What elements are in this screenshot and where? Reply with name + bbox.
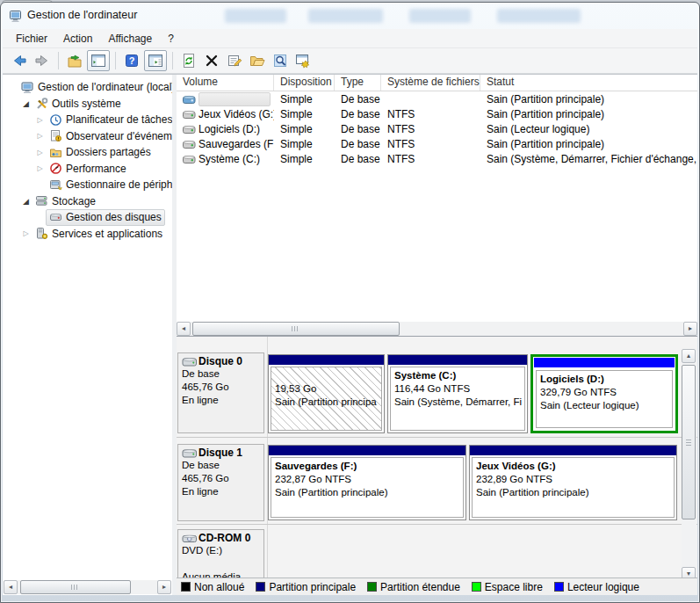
menu-affichage[interactable]: Affichage	[100, 30, 160, 47]
tree-item-label: Gestion de l'ordinateur (local)	[38, 81, 173, 93]
partition-body: Jeux Vidéos (G:)232,89 Go NTFSSain (Part…	[472, 457, 675, 518]
tree-item-label: Stockage	[52, 195, 96, 207]
tree-expander[interactable]: ▷	[20, 229, 32, 237]
scroll-thumb[interactable]	[192, 322, 400, 336]
disk-header-disque-0[interactable]: Disque 0De base465,76 GoEn ligne	[177, 352, 264, 433]
legend-swatch	[256, 582, 265, 592]
column-header-disposition[interactable]: Disposition	[274, 75, 335, 91]
find-button[interactable]	[270, 50, 291, 71]
tree-item-label: Planificateur de tâches	[66, 113, 172, 126]
help-button[interactable]: ?	[121, 50, 142, 71]
menu-action[interactable]: Action	[55, 30, 100, 47]
cell-volume	[177, 92, 274, 106]
show-console-tree-button[interactable]	[144, 50, 167, 71]
scroll-left-button[interactable]: ◂	[4, 580, 18, 594]
volume-row[interactable]: Jeux Vidéos (G:)SimpleDe baseNTFSSain (P…	[177, 106, 697, 121]
partition-logiciels-d[interactable]: Logiciels (D:)329,79 Go NTFSSain (Lecteu…	[530, 354, 678, 433]
tree-item-label: Dossiers partagés	[66, 146, 151, 158]
tree-horizontal-scrollbar[interactable]: ◂▸	[4, 580, 171, 594]
disk-pane-vertical-scrollbar[interactable]: ▴▾	[682, 349, 696, 578]
glass-reflection	[225, 9, 286, 23]
open-folder-button[interactable]	[247, 50, 268, 71]
volume-list-horizontal-scrollbar[interactable]: ◂▸	[177, 322, 697, 336]
volume-row[interactable]: SimpleDe baseSain (Partition principale)	[177, 91, 697, 106]
tree-expander[interactable]: ▷	[34, 164, 46, 172]
tree-expander[interactable]: ▷	[34, 132, 46, 140]
disk-info-line: De base	[182, 459, 263, 472]
sidebar-item-services-et-applications[interactable]: ▷Services et applications	[3, 226, 172, 243]
partition-unnamed[interactable]: 19,53 GoSain (Partition principa	[268, 354, 385, 433]
column-header-volume[interactable]: Volume	[177, 75, 274, 91]
column-header-syst-me-de-fichiers[interactable]: Système de fichiers	[381, 75, 480, 91]
partition-syst-me-c[interactable]: Système (C:)116,44 Go NTFSSain (Système,…	[387, 354, 528, 433]
properties-button[interactable]	[224, 50, 245, 71]
cell-volume: Système (C:)	[177, 153, 274, 165]
scroll-down-button[interactable]: ▾	[682, 567, 696, 578]
sidebar-item-observateur-d-événeme[interactable]: ▷Observateur d'événeme	[3, 128, 172, 145]
sidebar-item-planificateur-de-tâches[interactable]: ▷Planificateur de tâches	[3, 112, 172, 128]
legend-item-lecteur-logique: Lecteur logique	[554, 581, 639, 593]
tree-expander[interactable]: ▷	[34, 116, 46, 124]
tree-expander[interactable]: ◢	[20, 197, 32, 206]
sidebar-item-outils-système[interactable]: ◢Outils système	[3, 96, 172, 113]
sidebar-item-gestionnaire-de-périphé[interactable]: Gestionnaire de périphé	[3, 177, 172, 193]
scroll-thumb[interactable]	[20, 580, 131, 594]
tree-expander[interactable]: ◢	[20, 99, 32, 108]
scroll-right-button[interactable]: ▸	[157, 580, 171, 594]
disk-legend: Non allouéPartition principalePartition …	[177, 578, 697, 595]
sidebar-item-gestion-de-l-ordinateur-local-[interactable]: Gestion de l'ordinateur (local)	[3, 79, 172, 96]
refresh-button[interactable]	[178, 50, 199, 71]
tree-expander[interactable]: ▷	[34, 149, 46, 156]
partition-body: Système (C:)116,44 Go NTFSSain (Système,…	[390, 367, 525, 431]
menu-help[interactable]: ?	[160, 30, 182, 47]
disk-name: CD-ROM 0	[182, 532, 263, 544]
legend-swatch	[367, 582, 377, 592]
menu-fichier[interactable]: Fichier	[8, 30, 55, 47]
legend-swatch	[554, 582, 564, 592]
title-bar: Gestion de l'ordinateur	[1, 3, 699, 29]
partition-sauvegardes-f[interactable]: Sauvegardes (F:)232,87 Go NTFSSain (Part…	[268, 445, 466, 520]
delete-icon	[204, 53, 220, 69]
back-button[interactable]	[9, 50, 30, 71]
tree-node: Planificateur de tâches	[46, 112, 173, 128]
cell-fs: NTFS	[381, 123, 480, 135]
tree-node: Gestion des disques	[46, 209, 165, 226]
disk-header-cd-rom-0[interactable]: CD-ROM 0DVD (E:)Aucun média	[177, 529, 264, 578]
partition-body: 19,53 GoSain (Partition principa	[271, 367, 382, 431]
scroll-right-button[interactable]: ▸	[683, 322, 697, 336]
volume-row[interactable]: Sauvegardes (F:)SimpleDe baseNTFSSain (P…	[177, 136, 697, 151]
partition-size: 329,79 Go NTFS	[540, 386, 668, 399]
gray-drive-icon	[183, 139, 196, 149]
export-list-button[interactable]	[64, 50, 85, 71]
scroll-up-button[interactable]: ▴	[682, 349, 696, 363]
volume-row[interactable]: Système (C:)SimpleDe baseNTFSSain (Systè…	[177, 151, 697, 166]
volume-name: Système (C:)	[198, 153, 260, 165]
forward-button[interactable]	[32, 50, 53, 71]
scroll-thumb[interactable]	[682, 365, 696, 519]
delete-button[interactable]	[201, 50, 222, 71]
cdrom-drive-icon	[182, 533, 198, 544]
disk-header-disque-1[interactable]: Disque 1De base465,76 GoEn ligne	[177, 444, 264, 521]
column-header-type[interactable]: Type	[335, 75, 381, 91]
performance-icon	[49, 162, 62, 175]
open-folder-icon	[249, 53, 265, 69]
new-window-gear-button[interactable]	[292, 50, 314, 71]
properties-icon	[227, 53, 242, 69]
partition-name	[275, 369, 378, 382]
legend-label: Non alloué	[194, 581, 244, 593]
tree-node: Performance	[46, 160, 130, 177]
console-window-button[interactable]	[87, 50, 110, 71]
volume-row[interactable]: Logiciels (D:)SimpleDe baseNTFSSain (Lec…	[177, 121, 697, 136]
partition-jeux-vid-os-g[interactable]: Jeux Vidéos (G:)232,89 Go NTFSSain (Part…	[469, 445, 677, 520]
sidebar-item-performance[interactable]: ▷Performance	[3, 161, 172, 178]
legend-swatch	[472, 582, 481, 592]
sidebar-item-stockage[interactable]: ◢Stockage	[3, 193, 172, 210]
scroll-left-button[interactable]: ◂	[177, 322, 191, 336]
tree-node: Observateur d'événeme	[46, 127, 173, 144]
cell-type: De base	[335, 123, 381, 135]
column-header-statut[interactable]: Statut	[480, 75, 697, 91]
sidebar-item-dossiers-partagés[interactable]: ▷Dossiers partagés	[3, 144, 172, 161]
tree-item-label: Outils système	[52, 98, 121, 110]
sidebar-item-gestion-des-disques[interactable]: Gestion des disques	[3, 209, 172, 226]
new-window-gear-icon	[295, 53, 311, 69]
